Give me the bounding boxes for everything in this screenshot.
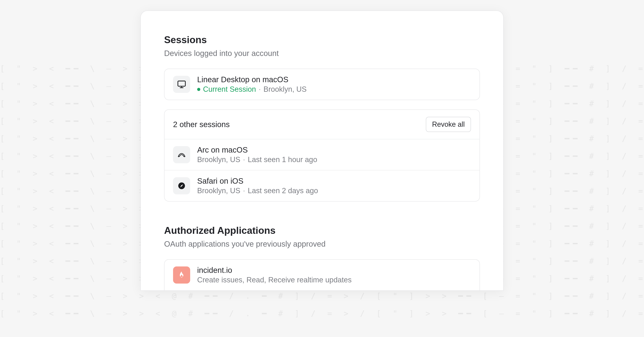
current-session-label: Current Session: [203, 85, 256, 93]
current-session-panel: Linear Desktop on macOS Current Session …: [164, 69, 480, 100]
safari-browser-icon: [173, 177, 190, 194]
other-sessions-header: 2 other sessions Revoke all: [164, 110, 480, 139]
authorized-apps-panel: incident.io Create issues, Read, Receive…: [164, 259, 480, 290]
app-name: incident.io: [197, 266, 352, 275]
session-last-seen: Last seen 2 days ago: [248, 187, 318, 195]
session-title: Safari on iOS: [197, 177, 318, 185]
svg-point-4: [184, 156, 185, 157]
arc-browser-icon: [173, 146, 190, 163]
session-last-seen: Last seen 1 hour ago: [248, 155, 317, 164]
authorized-apps-heading: Authorized Applications: [164, 225, 480, 236]
session-title: Arc on macOS: [197, 146, 317, 154]
session-row-current[interactable]: Linear Desktop on macOS Current Session …: [164, 69, 480, 100]
bg-row: [ " > < ━━ \ – > > < @ # ━━ / . ━ # ] / …: [0, 292, 644, 301]
other-sessions-panel: 2 other sessions Revoke all Arc on macOS…: [164, 109, 480, 202]
authorized-apps-subheading: OAuth applications you've previously app…: [164, 240, 480, 248]
status-dot-icon: [197, 88, 200, 91]
settings-window: Sessions Devices logged into your accoun…: [140, 10, 504, 291]
current-session-indicator: Current Session: [197, 85, 256, 93]
svg-point-3: [178, 156, 179, 157]
sessions-heading: Sessions: [164, 34, 480, 45]
flame-icon: [173, 267, 190, 284]
session-location: Brooklyn, US: [264, 85, 307, 93]
session-location: Brooklyn, US: [197, 187, 240, 195]
app-scopes: Create issues, Read, Receive realtime up…: [197, 276, 352, 284]
authorized-app-row[interactable]: incident.io Create issues, Read, Receive…: [164, 260, 480, 290]
session-row[interactable]: Safari on iOS Brooklyn, US · Last seen 2…: [164, 170, 480, 201]
separator: ·: [258, 85, 261, 93]
monitor-icon: [173, 76, 190, 93]
svg-rect-0: [178, 81, 185, 86]
session-title: Linear Desktop on macOS: [197, 75, 307, 84]
session-row[interactable]: Arc on macOS Brooklyn, US · Last seen 1 …: [164, 139, 480, 170]
sessions-subheading: Devices logged into your account: [164, 49, 480, 58]
separator: ·: [243, 155, 245, 164]
session-location: Brooklyn, US: [197, 155, 240, 164]
other-sessions-count: 2 other sessions: [173, 120, 230, 129]
separator: ·: [243, 187, 245, 195]
revoke-all-button[interactable]: Revoke all: [426, 117, 471, 132]
bg-row: [ " > < ━━ \ – > > < @ # ━━ / . ━ # ] / …: [0, 309, 644, 318]
